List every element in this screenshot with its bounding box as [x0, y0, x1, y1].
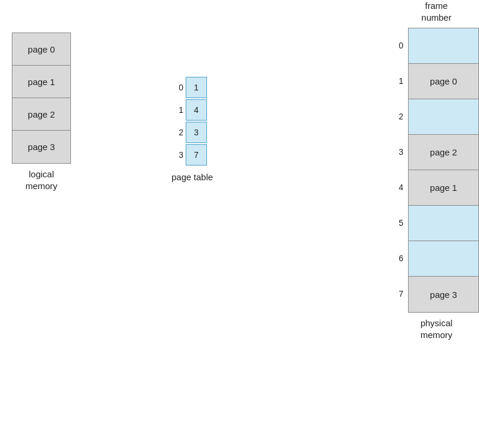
frame-number-label: frame number: [394, 0, 479, 23]
phys-frame-2: [409, 99, 478, 135]
logical-page-2: page 2: [12, 98, 70, 131]
logical-page-1: page 1: [12, 66, 70, 98]
frame-num-2: 2: [394, 99, 406, 134]
pt-value-1: 4: [186, 99, 207, 121]
logical-memory-block: page 0 page 1 page 2 page 3: [12, 33, 71, 164]
phys-frame-0: [409, 28, 478, 64]
phys-frame-1: page 0: [409, 64, 478, 99]
frame-num-6: 6: [394, 241, 406, 276]
pt-value-2: 3: [186, 122, 207, 143]
diagram-container: page 0 page 1 page 2 page 3 logical memo…: [0, 0, 479, 448]
pt-value-0: 1: [186, 77, 207, 98]
page-table-rows: 0 1 1 4 2 3 3 7: [171, 77, 213, 167]
pt-index-3: 3: [171, 150, 183, 160]
page-table-section: 0 1 1 4 2 3 3 7 page table: [171, 77, 213, 183]
pt-index-0: 0: [171, 83, 183, 92]
pt-row-2: 2 3: [171, 122, 213, 143]
logical-page-0: page 0: [12, 33, 70, 66]
page-table-label: page table: [171, 171, 213, 183]
phys-memory-block: page 0 page 2 page 1 page 3: [408, 28, 479, 313]
frame-num-1: 1: [394, 63, 406, 99]
physical-memory-label: physical memory: [394, 317, 479, 340]
frame-num-4: 4: [394, 170, 406, 205]
frame-numbers-col: 0 1 2 3 4 5 6 7: [394, 28, 406, 311]
logical-memory-label: logical memory: [12, 168, 71, 191]
frame-num-7: 7: [394, 276, 406, 311]
phys-frame-4: page 1: [409, 170, 478, 206]
logical-memory-section: page 0 page 1 page 2 page 3 logical memo…: [12, 33, 71, 191]
pt-row-0: 0 1: [171, 77, 213, 98]
logical-page-3: page 3: [12, 131, 70, 163]
pt-row-1: 1 4: [171, 99, 213, 121]
phys-frame-5: [409, 206, 478, 241]
pt-value-3: 7: [186, 144, 207, 165]
pt-index-2: 2: [171, 128, 183, 137]
phys-memory-layout: 0 1 2 3 4 5 6 7 page 0 page 2 page 1 pag…: [394, 28, 479, 313]
pt-row-3: 3 7: [171, 144, 213, 165]
physical-memory-section: frame number 0 1 2 3 4 5 6 7 page 0 page…: [394, 0, 479, 340]
frame-num-3: 3: [394, 134, 406, 170]
pt-index-1: 1: [171, 105, 183, 115]
phys-frame-6: [409, 241, 478, 277]
phys-frame-3: page 2: [409, 135, 478, 170]
phys-frame-7: page 3: [409, 277, 478, 312]
frame-num-5: 5: [394, 205, 406, 241]
frame-num-0: 0: [394, 28, 406, 63]
